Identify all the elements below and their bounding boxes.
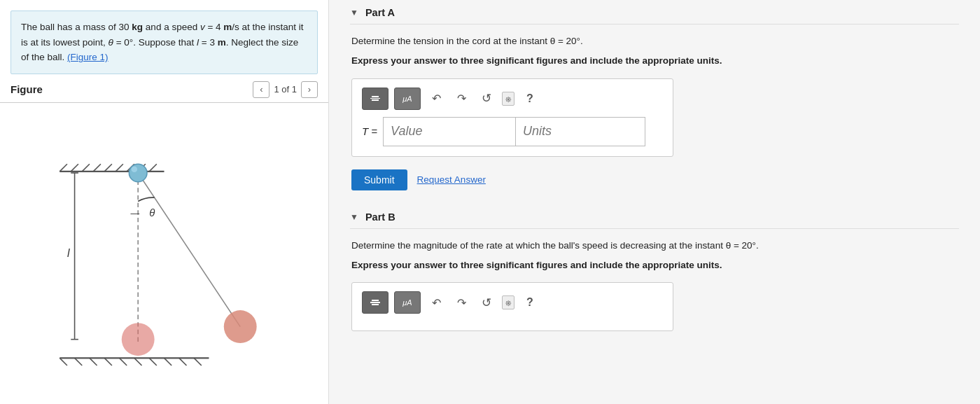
mu-button[interactable]: μΑ — [394, 88, 421, 110]
fraction-button[interactable] — [362, 88, 388, 110]
figure-link[interactable]: (Figure 1) — [67, 52, 108, 62]
part-b-redo-button[interactable]: ↷ — [451, 293, 471, 312]
mu-label: μΑ — [402, 95, 412, 103]
svg-text:—: — — [131, 208, 140, 218]
part-b-fraction-button[interactable] — [362, 291, 388, 314]
part-a-body: Determine the tension in the cord at the… — [350, 34, 959, 190]
part-b-section: ▼ Part B Determine the magnitude of the … — [350, 204, 959, 342]
part-b-reset-button[interactable]: ↺ — [477, 293, 496, 312]
part-a-input-row: T = — [362, 117, 663, 146]
part-a-answer-box: μΑ ↶ ↷ ↺ ⎈ ? T = — [351, 78, 673, 157]
svg-point-14 — [122, 323, 155, 356]
part-a-title: Part A — [365, 7, 395, 18]
svg-point-16 — [129, 164, 147, 182]
svg-rect-0 — [0, 127, 328, 380]
part-b-title: Part B — [365, 211, 396, 223]
part-b-mu-button[interactable]: μΑ — [394, 291, 421, 314]
figure-header: Figure ‹ 1 of 1 › — [0, 81, 328, 102]
left-panel: The ball has a mass of 30 kg and a speed… — [0, 0, 329, 404]
figure-nav: ‹ 1 of 1 › — [253, 81, 318, 98]
figure-label: Figure — [10, 83, 246, 95]
part-a-instruction: Express your answer to three significant… — [351, 54, 959, 68]
part-a-request-answer-button[interactable]: Request Answer — [417, 174, 486, 185]
redo-button[interactable]: ↷ — [451, 89, 471, 109]
svg-point-17 — [132, 166, 138, 172]
part-a-toolbar: μΑ ↶ ↷ ↺ ⎈ ? — [362, 88, 663, 110]
undo-button[interactable]: ↶ — [426, 89, 446, 109]
pendulum-diagram: θ — l — [0, 103, 328, 404]
part-a-action-row: Submit Request Answer — [351, 169, 959, 190]
part-b-body: Determine the magnitude of the rate at w… — [350, 239, 959, 342]
part-a-input-label: T = — [362, 125, 377, 137]
svg-text:θ: θ — [149, 207, 155, 218]
fraction-icon — [370, 96, 380, 102]
part-a-arrow: ▼ — [350, 8, 358, 18]
keyboard-icon: ⎈ — [502, 92, 514, 106]
part-b-keyboard-icon: ⎈ — [502, 295, 514, 309]
part-b-fraction-icon — [370, 300, 380, 305]
figure-area: θ — l — [0, 102, 328, 404]
part-b-toolbar: μΑ ↶ ↷ ↺ ⎈ ? — [362, 291, 663, 314]
help-button[interactable]: ? — [520, 89, 540, 109]
figure-prev-button[interactable]: ‹ — [253, 81, 270, 98]
part-b-header[interactable]: ▼ Part B — [350, 204, 959, 229]
part-a-section: ▼ Part A Determine the tension in the co… — [350, 0, 959, 190]
right-panel: ▼ Part A Determine the tension in the co… — [329, 0, 980, 404]
part-a-units-input[interactable] — [516, 117, 645, 146]
part-b-help-button[interactable]: ? — [520, 293, 540, 312]
part-b-undo-button[interactable]: ↶ — [426, 293, 446, 312]
reset-button[interactable]: ↺ — [477, 89, 496, 109]
problem-text-box: The ball has a mass of 30 kg and a speed… — [10, 11, 318, 74]
part-b-question: Determine the magnitude of the rate at w… — [351, 239, 959, 253]
part-a-submit-button[interactable]: Submit — [351, 169, 407, 190]
part-b-instruction: Express your answer to three significant… — [351, 258, 959, 272]
part-b-arrow: ▼ — [350, 212, 358, 222]
part-a-value-input[interactable] — [383, 117, 516, 146]
svg-point-15 — [224, 310, 257, 343]
part-b-mu-label: μΑ — [402, 298, 412, 307]
figure-next-button[interactable]: › — [301, 81, 318, 98]
part-a-question: Determine the tension in the cord at the… — [351, 34, 959, 48]
part-a-header[interactable]: ▼ Part A — [350, 0, 959, 25]
problem-text: The ball has a mass of 30 kg and a speed… — [21, 22, 303, 62]
svg-text:l: l — [67, 247, 70, 259]
part-b-answer-box: μΑ ↶ ↷ ↺ ⎈ ? — [351, 282, 673, 331]
figure-nav-text: 1 of 1 — [274, 84, 297, 95]
